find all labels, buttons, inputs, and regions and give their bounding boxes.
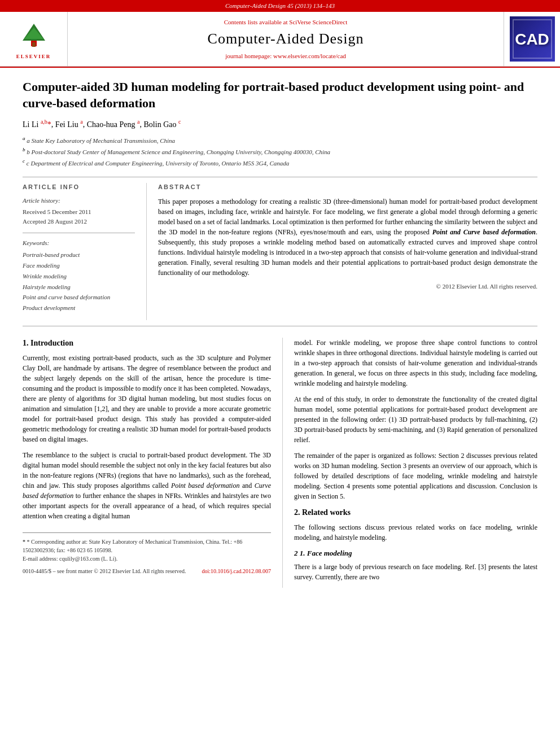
journal-title: Computer-Aided Design <box>208 29 364 49</box>
intro-title: 1. Introduction <box>23 338 271 349</box>
main-content: Computer-aided 3D human modeling for por… <box>0 68 560 599</box>
history-label: Article history: <box>23 196 135 205</box>
footer-bottom: 0010-4485/$ – see front matter © 2012 El… <box>23 567 271 575</box>
keyword-5: Point and curve based deformation <box>23 292 135 303</box>
body-content: 1. Introduction Currently, most existing… <box>23 338 537 588</box>
divider-info <box>23 233 135 233</box>
face-modeling-text: There is a large body of previous resear… <box>294 562 537 582</box>
face-modeling-title: 2 1. Face modeling <box>294 548 537 558</box>
keyword-6: Product development <box>23 303 135 313</box>
article-info-label: ARTICLE INFO <box>23 183 135 191</box>
elsevier-label: ELSEVIER <box>16 53 51 60</box>
affil-b: b b Post-doctoral Study Center of Manage… <box>23 146 537 156</box>
copyright: © 2012 Elsevier Ltd. All rights reserved… <box>158 282 537 291</box>
affil-c: c c Department of Electrical and Compute… <box>23 158 537 168</box>
accepted-date: Accepted 28 August 2012 <box>23 217 135 226</box>
footer-license: 0010-4485/$ – see front matter © 2012 El… <box>23 567 186 575</box>
keywords-label: Keywords: <box>23 239 135 247</box>
elsevier-logo: ELSEVIER <box>0 12 68 66</box>
received-date: Received 5 December 2011 <box>23 207 135 217</box>
authors: Li Li a,b*, Fei Liu a, Chao-hua Peng a, … <box>23 119 537 130</box>
article-info-col: ARTICLE INFO Article history: Received 5… <box>23 183 147 320</box>
body-right: model. For wrinkle modeling, we propose … <box>282 338 537 588</box>
keywords-section: Keywords: Portrait-based product Face mo… <box>23 239 135 313</box>
related-intro: The following sections discuss previous … <box>294 522 537 543</box>
journal-logo-row: ELSEVIER Contents lists available at Sci… <box>0 12 560 67</box>
keyword-4: Hairstyle modeling <box>23 282 135 292</box>
intro-para-2: The resemblance to the subject is crucia… <box>23 450 271 521</box>
keyword-1: Portrait-based product <box>23 250 135 260</box>
journal-top-bar: Computer-Aided Design 45 (2013) 134–143 <box>0 0 560 12</box>
body-left: 1. Introduction Currently, most existing… <box>23 338 282 588</box>
abstract-label: ABSTRACT <box>158 183 537 191</box>
journal-center: Contents lists available at SciVerse Sci… <box>68 12 504 66</box>
author-list: Li Li a,b*, Fei Liu a, Chao-hua Peng a, … <box>23 120 181 129</box>
svg-marker-2 <box>24 28 43 39</box>
abstract-col: ABSTRACT This paper proposes a methodolo… <box>147 183 537 320</box>
divider-1 <box>23 177 537 177</box>
journal-header: Computer-Aided Design 45 (2013) 134–143 … <box>0 0 560 68</box>
intro-right-para-3: The remainder of the paper is organized … <box>294 451 537 501</box>
divider-2 <box>23 326 537 326</box>
cad-logo: CAD <box>510 16 555 62</box>
abstract-text: This paper proposes a methodology for cr… <box>158 196 537 278</box>
related-title: 2. Related works <box>294 507 537 518</box>
footer-doi: doi:10.1016/j.cad.2012.08.007 <box>202 567 272 575</box>
intro-right-para-2: At the end of this study, in order to de… <box>294 394 537 445</box>
article-history: Article history: Received 5 December 201… <box>23 196 135 226</box>
article-abstract-section: ARTICLE INFO Article history: Received 5… <box>23 183 537 320</box>
intro-right-para-1: model. For wrinkle modeling, we propose … <box>294 338 537 388</box>
svg-rect-3 <box>32 42 36 47</box>
sciverse-link: Contents lists available at SciVerse Sci… <box>224 18 347 27</box>
footnote: * * Corresponding author at: State Key L… <box>23 538 271 563</box>
journal-citation: Computer-Aided Design 45 (2013) 134–143 <box>225 2 335 9</box>
journal-homepage: journal homepage: www.elsevier.com/locat… <box>225 52 346 60</box>
keyword-2: Face modeling <box>23 260 135 271</box>
footer: * * Corresponding author at: State Key L… <box>23 532 271 575</box>
keywords-list: Portrait-based product Face modeling Wri… <box>23 250 135 313</box>
paper-title: Computer-aided 3D human modeling for por… <box>23 79 537 111</box>
keyword-3: Wrinkle modeling <box>23 271 135 282</box>
affiliations: a a State Key Laboratory of Mechanical T… <box>23 135 537 168</box>
cad-logo-box: CAD <box>504 12 560 66</box>
affil-a: a a State Key Laboratory of Mechanical T… <box>23 135 537 145</box>
cad-logo-text: CAD <box>515 28 549 50</box>
intro-para-1: Currently, most existing portrait-based … <box>23 353 271 444</box>
